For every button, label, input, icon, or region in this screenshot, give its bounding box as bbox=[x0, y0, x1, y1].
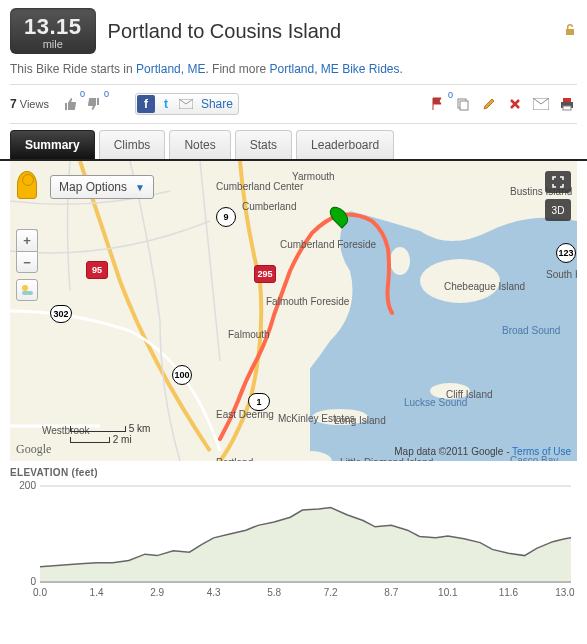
more-rides-link[interactable]: Portland, ME Bike Rides bbox=[269, 62, 399, 76]
weather-button[interactable] bbox=[16, 279, 38, 301]
map-place-label: Cumberland Center bbox=[216, 181, 303, 192]
scale-bar: 5 km 2 mi bbox=[70, 423, 150, 445]
fullscreen-button[interactable] bbox=[545, 171, 571, 193]
share-box: f t Share bbox=[135, 93, 239, 115]
unlock-icon[interactable] bbox=[563, 23, 577, 40]
terms-link[interactable]: Terms of Use bbox=[512, 446, 571, 457]
svg-text:13.0: 13.0 bbox=[555, 587, 575, 598]
map-place-label: South Harpsw bbox=[546, 269, 577, 280]
share-button[interactable]: Share bbox=[197, 97, 237, 111]
svg-text:7.2: 7.2 bbox=[324, 587, 338, 598]
views-counter: 7 Views bbox=[10, 97, 49, 111]
svg-text:8.7: 8.7 bbox=[384, 587, 398, 598]
route-shield-icon: 295 bbox=[254, 265, 276, 283]
svg-text:2.9: 2.9 bbox=[150, 587, 164, 598]
tab-leaderboard[interactable]: Leaderboard bbox=[296, 130, 394, 159]
scale-mi: 2 mi bbox=[113, 434, 132, 445]
distance-unit: mile bbox=[24, 38, 82, 50]
threeD-label: 3D bbox=[552, 205, 565, 216]
twitter-icon[interactable]: t bbox=[157, 95, 175, 113]
streetview-pegman[interactable] bbox=[17, 171, 37, 199]
elevation-title: ELEVATION (feet) bbox=[10, 467, 577, 478]
route-shield-icon: 1 bbox=[248, 393, 270, 411]
map-place-label: Little Diamond Island bbox=[340, 457, 433, 461]
print-button[interactable] bbox=[557, 94, 577, 114]
map-place-label: East Deering bbox=[216, 409, 274, 420]
map-place-label: Falmouth bbox=[228, 329, 270, 340]
map-place-label: Cliff Island bbox=[446, 389, 493, 400]
distance-value: 13.15 bbox=[24, 14, 82, 39]
svg-text:200: 200 bbox=[19, 480, 36, 491]
thumbs-up-button[interactable]: 0 bbox=[61, 95, 79, 113]
svg-rect-2 bbox=[460, 101, 468, 110]
delete921-button[interactable] bbox=[505, 94, 525, 114]
route-title: Portland to Cousins Island bbox=[108, 20, 551, 43]
subtitle-suffix: . bbox=[400, 62, 403, 76]
email-share-icon[interactable] bbox=[177, 95, 195, 113]
google-logo: Google bbox=[16, 442, 51, 457]
map[interactable]: YarmouthCumberland CenterCumberlandBusti… bbox=[10, 161, 577, 461]
map-attribution: Map data ©2011 Google - Terms of Use bbox=[394, 446, 571, 457]
zoom-in-button[interactable]: + bbox=[16, 229, 38, 251]
map-place-label: Portland bbox=[216, 457, 253, 461]
tab-bar: Summary Climbs Notes Stats Leaderboard bbox=[0, 130, 587, 161]
attribution-text: Map data ©2011 Google - bbox=[394, 446, 512, 457]
svg-text:1.4: 1.4 bbox=[90, 587, 104, 598]
flag-button[interactable]: 0 bbox=[427, 94, 447, 114]
subtitle: This Bike Ride starts in Portland, ME. F… bbox=[0, 62, 587, 84]
facebook-icon[interactable]: f bbox=[137, 95, 155, 113]
edit-button[interactable] bbox=[479, 94, 499, 114]
svg-text:0.0: 0.0 bbox=[33, 587, 47, 598]
map-place-label: Chebeague Island bbox=[444, 281, 525, 292]
map-place-label: Falmouth Foreside bbox=[266, 296, 349, 307]
map-options-label: Map Options bbox=[59, 180, 127, 194]
tab-climbs[interactable]: Climbs bbox=[99, 130, 166, 159]
map-place-label: Cumberland Foreside bbox=[280, 239, 376, 250]
thumbs-down-count: 0 bbox=[104, 89, 109, 99]
svg-point-13 bbox=[390, 247, 410, 275]
chevron-down-icon: ▼ bbox=[135, 182, 145, 193]
tab-notes[interactable]: Notes bbox=[169, 130, 230, 159]
elevation-chart[interactable]: 02000.01.42.94.35.87.28.710.111.613.0 bbox=[10, 480, 577, 600]
route-shield-icon: 302 bbox=[50, 305, 72, 323]
route-shield-icon: 100 bbox=[172, 365, 192, 385]
email-button[interactable] bbox=[531, 94, 551, 114]
map-place-label: Broad Sound bbox=[502, 325, 560, 336]
subtitle-middle: . Find more bbox=[205, 62, 269, 76]
threeD-button[interactable]: 3D bbox=[545, 199, 571, 221]
map-options-dropdown[interactable]: Map Options ▼ bbox=[50, 175, 154, 199]
svg-text:10.1: 10.1 bbox=[438, 587, 458, 598]
divider bbox=[10, 123, 577, 124]
svg-point-14 bbox=[22, 285, 28, 291]
views-label: Views bbox=[20, 98, 49, 110]
subtitle-prefix: This Bike Ride starts in bbox=[10, 62, 136, 76]
route-shield-icon: 9 bbox=[216, 207, 236, 227]
route-shield-icon: 123 bbox=[556, 243, 576, 263]
scale-km: 5 km bbox=[129, 423, 151, 434]
route-shield-icon: 95 bbox=[86, 261, 108, 279]
svg-text:5.8: 5.8 bbox=[267, 587, 281, 598]
map-place-label: Long Island bbox=[334, 415, 386, 426]
svg-rect-6 bbox=[563, 106, 571, 110]
svg-rect-5 bbox=[563, 98, 571, 102]
thumbs-down-button[interactable]: 0 bbox=[85, 95, 103, 113]
tab-summary[interactable]: Summary bbox=[10, 130, 95, 159]
views-number: 7 bbox=[10, 97, 17, 111]
copy-button[interactable] bbox=[453, 94, 473, 114]
distance-badge: 13.15 mile bbox=[10, 8, 96, 54]
zoom-out-button[interactable]: − bbox=[16, 251, 38, 273]
svg-text:11.6: 11.6 bbox=[499, 587, 519, 598]
tab-stats[interactable]: Stats bbox=[235, 130, 292, 159]
svg-text:4.3: 4.3 bbox=[207, 587, 221, 598]
svg-text:0: 0 bbox=[30, 576, 36, 587]
map-place-label: Cumberland bbox=[242, 201, 296, 212]
start-location-link[interactable]: Portland, ME bbox=[136, 62, 205, 76]
